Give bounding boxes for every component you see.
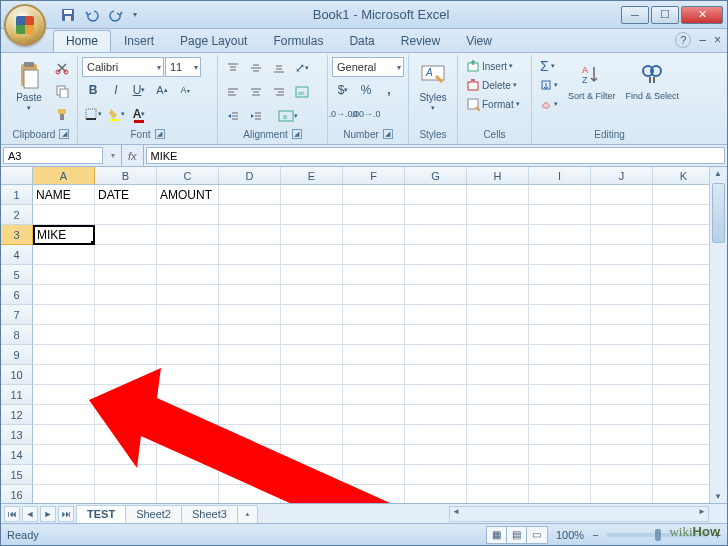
cell-B9[interactable] xyxy=(95,345,157,365)
cell-F10[interactable] xyxy=(343,365,405,385)
cell-I12[interactable] xyxy=(529,405,591,425)
align-bottom[interactable] xyxy=(268,57,290,79)
cell-G2[interactable] xyxy=(405,205,467,225)
cell-H14[interactable] xyxy=(467,445,529,465)
cell-E2[interactable] xyxy=(281,205,343,225)
cell-J5[interactable] xyxy=(591,265,653,285)
cell-H1[interactable] xyxy=(467,185,529,205)
cell-B8[interactable] xyxy=(95,325,157,345)
cell-D12[interactable] xyxy=(219,405,281,425)
cell-I2[interactable] xyxy=(529,205,591,225)
cell-D16[interactable] xyxy=(219,485,281,503)
cell-F7[interactable] xyxy=(343,305,405,325)
row-header-14[interactable]: 14 xyxy=(1,445,33,465)
fill-button[interactable]: ▾ xyxy=(536,76,562,94)
row-header-4[interactable]: 4 xyxy=(1,245,33,265)
cell-I6[interactable] xyxy=(529,285,591,305)
cell-K2[interactable] xyxy=(653,205,715,225)
zoom-level[interactable]: 100% xyxy=(556,529,584,541)
percent-button[interactable]: % xyxy=(355,79,377,101)
cell-E7[interactable] xyxy=(281,305,343,325)
cell-K15[interactable] xyxy=(653,465,715,485)
cell-C6[interactable] xyxy=(157,285,219,305)
cell-B7[interactable] xyxy=(95,305,157,325)
cell-I7[interactable] xyxy=(529,305,591,325)
cell-I10[interactable] xyxy=(529,365,591,385)
cell-B16[interactable] xyxy=(95,485,157,503)
cell-I5[interactable] xyxy=(529,265,591,285)
cell-E6[interactable] xyxy=(281,285,343,305)
cell-F8[interactable] xyxy=(343,325,405,345)
cell-K13[interactable] xyxy=(653,425,715,445)
cell-C11[interactable] xyxy=(157,385,219,405)
cell-C2[interactable] xyxy=(157,205,219,225)
align-middle[interactable] xyxy=(245,57,267,79)
comma-button[interactable]: , xyxy=(378,79,400,101)
sheet-tab-TEST[interactable]: TEST xyxy=(76,505,126,523)
cell-B10[interactable] xyxy=(95,365,157,385)
row-header-12[interactable]: 12 xyxy=(1,405,33,425)
doc-close[interactable]: × xyxy=(714,33,721,47)
cell-B14[interactable] xyxy=(95,445,157,465)
cell-B6[interactable] xyxy=(95,285,157,305)
cell-H8[interactable] xyxy=(467,325,529,345)
cell-J3[interactable] xyxy=(591,225,653,245)
cell-K1[interactable] xyxy=(653,185,715,205)
cell-D5[interactable] xyxy=(219,265,281,285)
cell-E15[interactable] xyxy=(281,465,343,485)
cell-G3[interactable] xyxy=(405,225,467,245)
format-cells-button[interactable]: Format▾ xyxy=(462,95,524,113)
column-header-K[interactable]: K xyxy=(653,167,715,184)
cell-I4[interactable] xyxy=(529,245,591,265)
decrease-decimal[interactable]: .00→.0 xyxy=(355,103,377,125)
cell-J12[interactable] xyxy=(591,405,653,425)
cell-B2[interactable] xyxy=(95,205,157,225)
cell-G4[interactable] xyxy=(405,245,467,265)
cell-I9[interactable] xyxy=(529,345,591,365)
paste-button[interactable]: Paste ▾ xyxy=(9,57,49,114)
cell-K16[interactable] xyxy=(653,485,715,503)
cell-J2[interactable] xyxy=(591,205,653,225)
column-header-B[interactable]: B xyxy=(95,167,157,184)
cell-I13[interactable] xyxy=(529,425,591,445)
cell-I16[interactable] xyxy=(529,485,591,503)
cell-A11[interactable] xyxy=(33,385,95,405)
border-button[interactable]: ▾ xyxy=(82,103,104,125)
cell-J13[interactable] xyxy=(591,425,653,445)
cell-A7[interactable] xyxy=(33,305,95,325)
delete-cells-button[interactable]: Delete▾ xyxy=(462,76,521,94)
new-sheet-button[interactable]: ⋆ xyxy=(237,505,258,523)
increase-indent[interactable] xyxy=(245,105,267,127)
horizontal-scrollbar[interactable] xyxy=(449,506,709,522)
row-header-5[interactable]: 5 xyxy=(1,265,33,285)
sheet-nav-prev[interactable]: ◄ xyxy=(22,506,38,522)
cell-E9[interactable] xyxy=(281,345,343,365)
cell-K14[interactable] xyxy=(653,445,715,465)
select-all-corner[interactable] xyxy=(1,167,33,184)
cell-F12[interactable] xyxy=(343,405,405,425)
cell-H12[interactable] xyxy=(467,405,529,425)
cell-I1[interactable] xyxy=(529,185,591,205)
cell-H16[interactable] xyxy=(467,485,529,503)
cell-H5[interactable] xyxy=(467,265,529,285)
cell-K7[interactable] xyxy=(653,305,715,325)
cell-H13[interactable] xyxy=(467,425,529,445)
alignment-launcher[interactable]: ◢ xyxy=(292,129,302,139)
cell-G13[interactable] xyxy=(405,425,467,445)
cell-C9[interactable] xyxy=(157,345,219,365)
cell-E8[interactable] xyxy=(281,325,343,345)
cell-J16[interactable] xyxy=(591,485,653,503)
cell-D8[interactable] xyxy=(219,325,281,345)
cell-I8[interactable] xyxy=(529,325,591,345)
minimize-ribbon[interactable]: – xyxy=(699,33,706,47)
column-header-G[interactable]: G xyxy=(405,167,467,184)
cell-E5[interactable] xyxy=(281,265,343,285)
cell-A16[interactable] xyxy=(33,485,95,503)
clear-button[interactable]: ▾ xyxy=(536,95,562,113)
align-right[interactable] xyxy=(268,81,290,103)
cell-J4[interactable] xyxy=(591,245,653,265)
cell-J15[interactable] xyxy=(591,465,653,485)
cell-I11[interactable] xyxy=(529,385,591,405)
cell-G9[interactable] xyxy=(405,345,467,365)
align-top[interactable] xyxy=(222,57,244,79)
